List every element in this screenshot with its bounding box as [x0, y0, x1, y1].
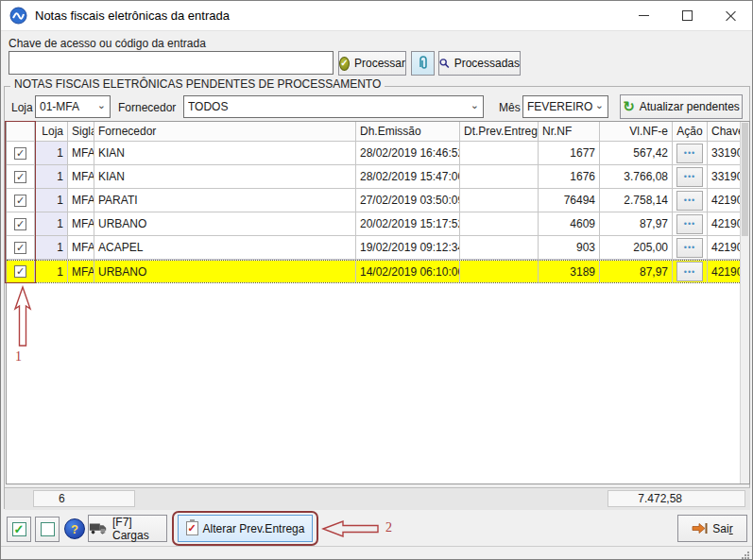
minimize-button[interactable]	[622, 1, 665, 29]
cell-dh-emissao: 27/02/2019 03:50:09	[356, 189, 460, 212]
action-button[interactable]: •••	[676, 238, 703, 258]
atualizar-pendentes-button[interactable]: ↻ Atualizar pendentes	[620, 94, 743, 119]
cell-fornecedor: PARATI	[94, 189, 356, 212]
grid-vertical-scrollbar[interactable]	[740, 122, 749, 484]
header-dh-emissao[interactable]: Dh.Emissão	[356, 122, 460, 141]
resize-grip[interactable]	[742, 552, 749, 559]
row-checkbox[interactable]: ✓	[14, 242, 26, 254]
cell-chave: 421902	[708, 212, 740, 235]
cargas-button[interactable]: [F7] Cargas	[88, 515, 167, 542]
cell-dt-prev	[460, 236, 539, 259]
uncheck-all-button[interactable]	[35, 517, 60, 542]
mes-label: Mês	[499, 101, 521, 114]
cargas-label: [F7] Cargas	[112, 516, 166, 542]
minimize-icon	[639, 15, 649, 16]
cell-sigla: MFA	[68, 142, 94, 164]
action-button[interactable]: •••	[676, 214, 703, 234]
header-dt-prev-entrega[interactable]: Dt.Prev.Entrega	[460, 122, 539, 141]
cell-chave: 331902	[708, 165, 740, 188]
close-button[interactable]	[709, 1, 752, 29]
loja-combobox[interactable]: 01-MFA ⌄	[35, 95, 111, 118]
row-checkbox[interactable]: ✓	[14, 171, 26, 183]
maximize-button[interactable]	[665, 1, 709, 29]
chevron-down-icon: ⌄	[595, 99, 604, 111]
mes-combobox[interactable]: FEVEREIRO ⌄	[522, 95, 608, 118]
action-button[interactable]: •••	[676, 191, 703, 211]
processadas-label: Processadas	[454, 57, 520, 70]
mes-value: FEVEREIRO	[527, 100, 593, 113]
row-checkbox[interactable]: ✓	[14, 147, 26, 160]
cell-fornecedor: URBANO	[94, 261, 356, 282]
empty-box-icon	[41, 522, 55, 536]
refresh-icon: ↻	[623, 99, 635, 113]
cell-sigla: MFA	[68, 236, 94, 259]
header-chave[interactable]: Chave	[708, 122, 740, 141]
row-checkbox[interactable]: ✓	[14, 195, 26, 207]
sair-label: Sair	[712, 522, 732, 535]
header-acao[interactable]: Ação	[673, 122, 708, 141]
action-button[interactable]: •••	[676, 167, 703, 187]
cell-fornecedor: KIAN	[94, 165, 356, 188]
attach-key-button[interactable]	[411, 51, 435, 76]
checked-box-icon: ✓	[12, 522, 26, 536]
cell-dh-emissao: 28/02/2019 16:46:52	[356, 142, 460, 164]
header-fornecedor[interactable]: Fornecedor	[94, 122, 356, 141]
cell-nr-nf: 4609	[539, 212, 600, 235]
header-nr-nf[interactable]: Nr.NF	[539, 122, 600, 141]
cell-sigla: MFA	[68, 165, 94, 188]
cell-dt-prev	[460, 189, 539, 212]
table-row[interactable]: ✓ 1 MFA ACAPEL 19/02/2019 09:12:34 903 2…	[7, 236, 740, 260]
header-vl-nfe[interactable]: Vl.NF-e	[600, 122, 673, 141]
grid-empty-area	[7, 283, 740, 484]
scrollbar-thumb[interactable]	[742, 123, 748, 236]
cell-vl-nfe: 87,97	[600, 261, 673, 282]
table-row-selected[interactable]: ✓ 1 MFA URBANO 14/02/2019 06:10:00 3189 …	[7, 260, 740, 283]
cell-nr-nf: 903	[539, 236, 600, 259]
cell-vl-nfe: 3.766,08	[600, 165, 673, 188]
cell-loja: 1	[35, 236, 68, 259]
annotation-number-1: 1	[15, 349, 22, 365]
fornecedor-value: TODOS	[188, 100, 469, 113]
table-row[interactable]: ✓ 1 MFA KIAN 28/02/2019 16:46:52 1677 56…	[7, 142, 740, 165]
alterar-prev-entrega-button[interactable]: ✓ Alterar Prev.Entrega	[178, 515, 313, 542]
check-all-button[interactable]: ✓	[7, 517, 31, 542]
row-checkbox[interactable]: ✓	[14, 265, 26, 278]
loja-label: Loja	[11, 101, 33, 114]
exit-arrow-icon	[692, 522, 708, 535]
cell-sigla: MFA	[68, 189, 94, 212]
action-button[interactable]: •••	[676, 262, 703, 281]
cell-chave: 421902	[708, 236, 740, 259]
cell-sigla: MFA	[68, 261, 94, 282]
chevron-down-icon: ⌄	[471, 99, 479, 111]
cell-dt-prev	[460, 212, 539, 235]
chevron-down-icon: ⌄	[97, 99, 106, 111]
fornecedor-combobox[interactable]: TODOS ⌄	[183, 95, 484, 118]
help-button[interactable]: ?	[64, 518, 85, 539]
table-row[interactable]: ✓ 1 MFA KIAN 28/02/2019 15:47:00 1676 3.…	[7, 165, 740, 189]
processar-button[interactable]: ✓ Processar	[338, 51, 406, 76]
cell-dh-emissao: 14/02/2019 06:10:00	[356, 261, 460, 282]
table-row[interactable]: ✓ 1 MFA PARATI 27/02/2019 03:50:09 76494…	[7, 189, 740, 212]
processadas-button[interactable]: Processadas	[438, 51, 521, 76]
window-title: Notas fiscais eletrônicas da entrada	[35, 1, 230, 30]
fornecedor-label: Fornecedor	[118, 101, 176, 114]
cell-nr-nf: 1677	[539, 142, 600, 164]
cell-fornecedor: ACAPEL	[94, 236, 356, 259]
row-checkbox[interactable]: ✓	[14, 218, 26, 230]
cell-dh-emissao: 28/02/2019 15:47:00	[356, 165, 460, 188]
cell-chave: 421902	[708, 261, 740, 282]
loja-value: 01-MFA	[40, 100, 95, 113]
access-key-input[interactable]	[9, 51, 334, 75]
header-loja[interactable]: Loja	[35, 122, 68, 141]
cell-loja: 1	[35, 142, 68, 164]
access-key-label: Chave de acesso ou código da entrada	[9, 37, 206, 50]
header-sigla[interactable]: Sigla	[68, 122, 94, 141]
sair-button[interactable]: Sair	[677, 515, 747, 542]
table-row[interactable]: ✓ 1 MFA URBANO 20/02/2019 15:17:52 4609 …	[7, 212, 740, 236]
cell-nr-nf: 3189	[539, 261, 600, 282]
cell-loja: 1	[35, 261, 68, 282]
header-checkbox-column	[7, 122, 35, 141]
cell-fornecedor: KIAN	[94, 142, 356, 164]
action-button[interactable]: •••	[676, 144, 703, 163]
truck-icon	[89, 521, 108, 535]
